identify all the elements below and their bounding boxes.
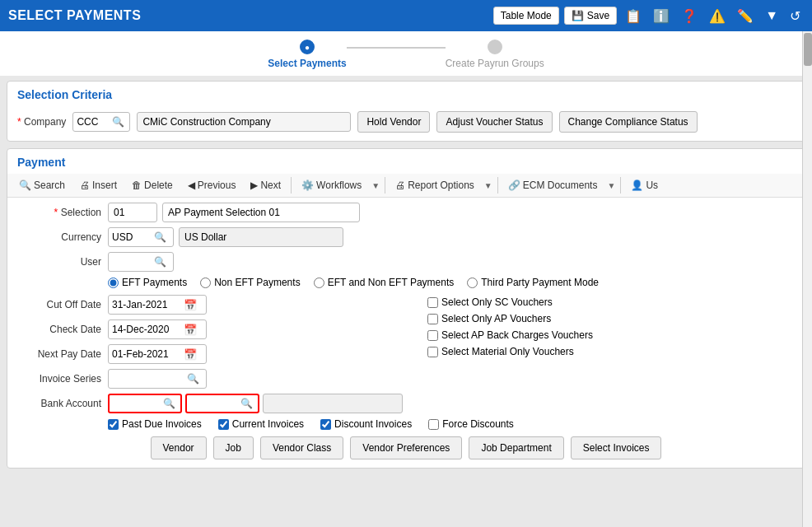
alert-icon-btn[interactable]: ⚠️ bbox=[706, 7, 729, 26]
vendor-preferences-button[interactable]: Vendor Preferences bbox=[350, 436, 462, 459]
radio-eft-payments[interactable]: EFT Payments bbox=[108, 277, 187, 288]
job-button[interactable]: Job bbox=[213, 436, 254, 459]
back-charges-checkbox[interactable] bbox=[427, 330, 438, 341]
material-only-checkbox[interactable] bbox=[427, 347, 438, 357]
company-input[interactable] bbox=[73, 114, 110, 129]
ecm-documents-toolbar-btn[interactable]: 🔗 ECM Documents bbox=[502, 177, 604, 194]
scrollbar-track[interactable] bbox=[802, 31, 812, 527]
search-toolbar-btn[interactable]: 🔍 Search bbox=[12, 177, 72, 194]
scrollbar-thumb[interactable] bbox=[804, 33, 812, 66]
back-charges-checkbox-item[interactable]: Select AP Back Charges Vouchers bbox=[427, 329, 593, 341]
refresh-icon-btn[interactable]: ↺ bbox=[786, 7, 804, 26]
table-mode-button[interactable]: Table Mode bbox=[493, 7, 559, 25]
currency-search-btn[interactable]: 🔍 bbox=[152, 231, 169, 243]
workflows-dropdown-icon[interactable]: ▼ bbox=[370, 180, 381, 192]
wizard-step-select-payments[interactable]: ● Select Payments bbox=[268, 40, 346, 69]
material-only-checkbox-item[interactable]: Select Material Only Vouchers bbox=[427, 346, 574, 357]
next-pay-date-input[interactable] bbox=[109, 347, 181, 361]
cut-off-date-input[interactable] bbox=[109, 297, 181, 312]
payment-title: Payment bbox=[7, 149, 805, 174]
clipboard-icon-btn[interactable]: 📋 bbox=[622, 7, 645, 26]
past-due-invoices-checkbox[interactable] bbox=[108, 419, 119, 430]
select-invoices-button[interactable]: Select Invoices bbox=[571, 436, 662, 459]
user-input-wrapper[interactable]: 🔍 bbox=[108, 252, 174, 272]
force-discounts-item[interactable]: Force Discounts bbox=[428, 418, 514, 430]
invoice-series-input[interactable] bbox=[109, 371, 184, 386]
non-eft-radio[interactable] bbox=[200, 277, 211, 288]
vendor-class-button[interactable]: Vendor Class bbox=[260, 436, 343, 459]
radio-non-eft[interactable]: Non EFT Payments bbox=[200, 277, 300, 288]
ap-vouchers-checkbox-item[interactable]: Select Only AP Vouchers bbox=[427, 313, 551, 324]
selection-name-input[interactable] bbox=[162, 203, 360, 222]
check-date-calendar-btn[interactable]: 📅 bbox=[181, 324, 199, 336]
wizard-step-create-payrun[interactable]: Create Payrun Groups bbox=[446, 40, 544, 69]
user-label: User bbox=[17, 256, 108, 268]
bank-account-input-2[interactable] bbox=[187, 396, 238, 411]
eft-and-non-eft-radio[interactable] bbox=[314, 277, 324, 288]
report-options-label: Report Options bbox=[408, 180, 474, 191]
bank-account-row: Bank Account 🔍 🔍 bbox=[17, 394, 403, 413]
next-toolbar-btn[interactable]: ▶ Next bbox=[244, 177, 287, 194]
cut-off-date-calendar-btn[interactable]: 📅 bbox=[181, 299, 199, 311]
step-label-1: Select Payments bbox=[268, 58, 346, 69]
user-label: Us bbox=[646, 180, 658, 191]
next-pay-date-calendar-btn[interactable]: 📅 bbox=[181, 348, 199, 361]
insert-toolbar-btn[interactable]: 🖨 Insert bbox=[73, 177, 124, 194]
discount-invoices-item[interactable]: Discount Invoices bbox=[320, 418, 412, 430]
dropdown-arrow-btn[interactable]: ▼ bbox=[762, 7, 782, 25]
edit-icon-btn[interactable]: ✏️ bbox=[734, 7, 757, 26]
next-pay-date-input-wrapper[interactable]: 📅 bbox=[108, 344, 207, 364]
discount-invoices-checkbox[interactable] bbox=[320, 419, 331, 430]
ecm-dropdown-icon[interactable]: ▼ bbox=[605, 180, 617, 192]
check-date-row: Check Date 📅 bbox=[17, 319, 403, 339]
adjust-voucher-status-button[interactable]: Adjust Voucher Status bbox=[436, 111, 552, 133]
radio-third-party[interactable]: Third Party Payment Mode bbox=[467, 277, 599, 288]
bank-account-input-wrapper-2[interactable]: 🔍 bbox=[185, 394, 259, 413]
report-options-dropdown-icon[interactable]: ▼ bbox=[483, 180, 494, 192]
payment-form-body: Selection Currency 🔍 User 🔍 bbox=[7, 198, 805, 468]
check-date-input-wrapper[interactable]: 📅 bbox=[108, 319, 207, 339]
user-search-btn[interactable]: 🔍 bbox=[152, 256, 169, 268]
invoice-series-input-wrapper[interactable]: 🔍 bbox=[108, 369, 207, 389]
check-date-input[interactable] bbox=[109, 322, 181, 337]
help-icon-btn[interactable]: ❓ bbox=[678, 7, 701, 26]
past-due-invoices-item[interactable]: Past Due Invoices bbox=[108, 418, 202, 430]
job-department-button[interactable]: Job Department bbox=[469, 436, 563, 459]
bank-account-search-btn-1[interactable]: 🔍 bbox=[161, 398, 178, 409]
company-input-wrapper[interactable]: 🔍 bbox=[72, 112, 130, 132]
user-input[interactable] bbox=[109, 254, 152, 269]
bottom-checkboxes-row: Past Due Invoices Current Invoices Disco… bbox=[108, 418, 795, 430]
currency-input[interactable] bbox=[109, 230, 152, 245]
current-invoices-item[interactable]: Current Invoices bbox=[218, 418, 304, 430]
insert-label: Insert bbox=[92, 180, 117, 191]
bank-account-input-wrapper-1[interactable]: 🔍 bbox=[108, 394, 182, 413]
workflows-toolbar-btn[interactable]: ⚙️ Workflows bbox=[295, 177, 368, 194]
save-button[interactable]: 💾 Save bbox=[564, 7, 617, 25]
invoice-series-search-btn[interactable]: 🔍 bbox=[184, 373, 202, 385]
hold-vendor-button[interactable]: Hold Vendor bbox=[357, 111, 430, 133]
currency-input-wrapper[interactable]: 🔍 bbox=[108, 227, 174, 247]
sc-vouchers-checkbox[interactable] bbox=[427, 297, 438, 308]
user-toolbar-btn[interactable]: 👤 Us bbox=[624, 177, 665, 194]
payment-panel: Payment 🔍 Search 🖨 Insert 🗑 Delete ◀ Pre… bbox=[7, 148, 805, 469]
third-party-radio[interactable] bbox=[467, 277, 478, 288]
vendor-button[interactable]: Vendor bbox=[151, 436, 207, 459]
previous-toolbar-btn[interactable]: ◀ Previous bbox=[181, 177, 243, 194]
sc-vouchers-checkbox-item[interactable]: Select Only SC Vouchers bbox=[427, 296, 553, 308]
company-search-btn[interactable]: 🔍 bbox=[110, 116, 127, 128]
bank-account-input-1[interactable] bbox=[110, 396, 161, 411]
radio-eft-and-non-eft[interactable]: EFT and Non EFT Payments bbox=[314, 277, 455, 288]
bank-account-name-input bbox=[263, 394, 403, 413]
selection-input[interactable] bbox=[108, 203, 157, 222]
force-discounts-checkbox[interactable] bbox=[428, 419, 439, 430]
delete-toolbar-btn[interactable]: 🗑 Delete bbox=[125, 177, 180, 194]
info-icon-btn[interactable]: ℹ️ bbox=[650, 7, 673, 26]
cut-off-date-input-wrapper[interactable]: 📅 bbox=[108, 295, 207, 315]
current-invoices-checkbox[interactable] bbox=[218, 419, 229, 430]
bank-account-search-btn-2[interactable]: 🔍 bbox=[238, 398, 255, 409]
ap-vouchers-checkbox[interactable] bbox=[427, 314, 438, 324]
eft-payments-radio[interactable] bbox=[108, 277, 119, 288]
report-options-toolbar-btn[interactable]: 🖨 Report Options bbox=[389, 177, 481, 194]
ecm-label: ECM Documents bbox=[523, 180, 598, 191]
change-compliance-status-button[interactable]: Change Compliance Status bbox=[559, 111, 698, 133]
